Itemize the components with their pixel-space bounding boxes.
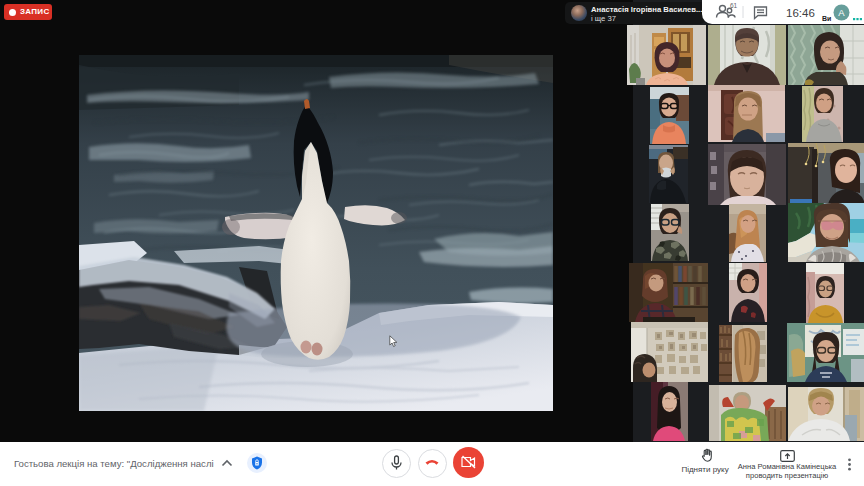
svg-text:61: 61 — [730, 2, 738, 9]
svg-text:16:46: 16:46 — [786, 7, 815, 19]
svg-text:A: A — [838, 7, 845, 18]
svg-text:Ви: Ви — [822, 15, 831, 22]
